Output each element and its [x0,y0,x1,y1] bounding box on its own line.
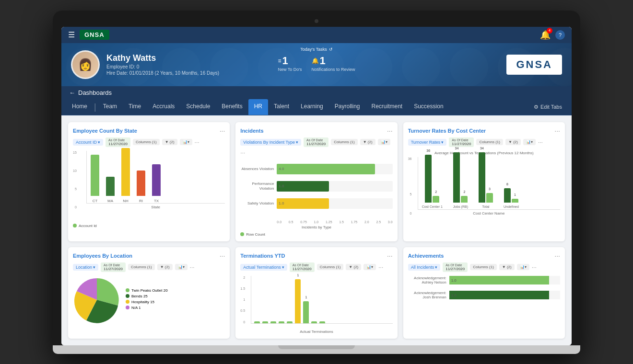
widget-more-terminations[interactable]: ··· [387,252,393,260]
location-filter[interactable]: Location ▾ [73,264,98,271]
chart-type-btn-employee-count[interactable]: 📊▾ [180,139,192,145]
bar-total-term: 3 [486,193,493,203]
tab-recruitment[interactable]: Recruitment [366,99,409,115]
filter-btn-location[interactable]: ▼ (2) [157,264,173,270]
pie-legend-hospitality: Hospitality 15 [126,300,168,304]
widget-more-employee-count[interactable]: ··· [220,127,225,135]
tab-accruals[interactable]: Accruals [147,99,180,115]
breadcrumb-label: Dashboards [78,89,112,96]
widget-options-incidents[interactable]: ··· [240,149,245,156]
pie-legend-na: N/A 1 [126,306,168,310]
widget-options-employee-count[interactable]: ··· [195,139,199,146]
tab-time[interactable]: Time [123,99,147,115]
chart-type-btn-turnover[interactable]: 📊▾ [523,139,536,145]
legend-dot-hospitality [126,300,129,304]
widget-options-achievements[interactable]: ··· [532,264,537,271]
chart-type-btn-terminations[interactable]: 📊▾ [363,264,376,270]
tab-succession[interactable]: Succession [408,99,449,115]
edit-tabs-button[interactable]: ⚙ Edit Tabs [529,101,567,113]
tab-hr[interactable]: HR [248,99,268,115]
new-todos-count: 1 [282,55,288,67]
pie-svg [73,276,121,324]
incident-type-filter[interactable]: Violations By Incident Type ▾ [240,139,301,146]
widget-controls-location: Location ▾ As Of Date 11/27/2020 Columns… [73,262,225,272]
filter-btn-achievements[interactable]: ▼ (2) [499,264,515,270]
widget-achievements: Achievements ··· All Incidents ▾ As Of D… [403,247,565,339]
incidents-x-axis: 0.00.50.751.01.251.51.752.02.53.0 [240,220,392,224]
widget-more-location[interactable]: ··· [220,252,225,260]
hero-section: 👩 Kathy Watts Employee ID: 0 Hire Date: … [61,43,572,86]
hero-left: 👩 Kathy Watts Employee ID: 0 Hire Date: … [71,50,219,79]
bar-chart-employee-count: CT MA NH RI [86,151,225,204]
hero-employee-id: Employee ID: 0 [106,64,219,69]
chevron-down-icon: ▾ [98,140,100,145]
columns-btn-achievements[interactable]: Columns (1) [470,264,497,270]
widget-title-employee-count: Employee Count By State [73,128,137,134]
widget-options-turnover[interactable]: ··· [538,139,543,146]
date-label-employee-count: As Of Date 11/27/2020 [106,137,130,147]
notification-icon[interactable]: 🔔 4 [540,30,551,40]
filter-btn-employee-count[interactable]: ▼ (2) [162,139,177,145]
widget-controls-achievements: All Incidents ▾ As Of Date 11/27/2020 Co… [408,262,560,272]
widget-header-terminations: Terminations YTD ··· [240,252,392,260]
help-button[interactable]: ? [555,30,565,40]
widget-controls-terminations: Actual Terminations ▾ As Of Date 11/27/2… [240,262,392,272]
bar-ma: MA [106,177,115,203]
widget-incidents: Incidents ··· Violations By Incident Typ… [235,122,397,241]
widget-more-incidents[interactable]: ··· [387,127,393,135]
tab-learning[interactable]: Learning [295,99,329,115]
date-label-turnover: As Of Date 11/27/2020 [449,137,474,147]
notifications-label: Notifications to Review [312,67,355,72]
chevron-down-icon-achievements: ▾ [435,265,437,270]
tab-schedule[interactable]: Schedule [180,99,216,115]
x-axis-label-employee-count: State [86,205,225,209]
widget-header-employee-count: Employee Count By State ··· [73,127,225,135]
chart-type-btn-location[interactable]: 📊▾ [175,264,188,270]
widget-options-terminations[interactable]: ··· [378,264,383,271]
tab-payrolling[interactable]: Payrolling [329,99,366,115]
widget-controls-turnover: Turnover Rates ▾ As Of Date 11/27/2020 C… [408,137,560,147]
tab-benefits[interactable]: Benefits [216,99,248,115]
back-icon[interactable]: ← [69,89,75,96]
tab-home[interactable]: Home [66,99,93,115]
hamburger-icon[interactable]: ☰ [68,30,75,39]
term-bar-6: 1 [295,279,301,323]
filter-btn-incidents[interactable]: ▼ (2) [360,139,375,145]
turnover-x-label: Cost Center Name [418,211,560,216]
widget-header-location: Employees By Location ··· [73,252,225,260]
widget-options-location[interactable]: ··· [190,264,195,271]
columns-btn-turnover[interactable]: Columns (1) [476,139,503,145]
filter-btn-turnover[interactable]: ▼ (2) [505,139,521,145]
columns-btn-employee-count[interactable]: Columns (1) [133,139,160,145]
pie-legend-bends: Bends 25 [126,294,168,298]
term-bar-9 [319,321,325,323]
chart-type-btn-incidents[interactable]: 📊▾ [378,139,390,145]
columns-btn-incidents[interactable]: Columns (1) [331,139,358,145]
terminations-filter[interactable]: Actual Terminations ▾ [240,264,287,271]
bar-undef-headcount: 8 [504,188,511,203]
achievements-filter[interactable]: All Incidents ▾ [408,264,441,271]
terminations-y-label: Actual Terminations [240,330,392,334]
notifications-count: 1 [320,55,326,67]
laptop-screen: ☰ GNSA 🔔 4 ? 👩 Kathy Watts Employee [61,27,572,345]
tab-team[interactable]: Team [97,99,123,115]
turnover-group-undefined: 8 1 Undefined [504,188,519,209]
y-axis-turnover: 36 5 0 [408,157,413,216]
bar-nh: NH [121,148,130,203]
turnover-group-jobs: 34 2 Jobs (RB) [453,152,468,209]
chevron-down-icon-turnover: ▾ [441,140,444,145]
widget-more-turnover[interactable]: ··· [554,127,560,135]
account-id-filter[interactable]: Account ID ▾ [73,139,103,146]
widget-more-achievements[interactable]: ··· [554,252,560,260]
turnover-rates-filter[interactable]: Turnover Rates ▾ [408,139,447,146]
chart-type-btn-achievements[interactable]: 📊▾ [517,264,529,270]
date-label-terminations: As Of Date 11/27/2020 [290,262,315,272]
term-bar-5 [287,321,293,323]
filter-btn-terminations[interactable]: ▼ (2) [346,264,361,270]
tab-talent[interactable]: Talent [268,99,295,115]
hero-right: GNSA [506,55,562,75]
legend-dot-twin-peaks [126,288,129,292]
columns-btn-terminations[interactable]: Columns (1) [317,264,344,270]
columns-btn-location[interactable]: Columns (1) [128,264,155,270]
refresh-icon[interactable]: ↺ [329,47,333,52]
